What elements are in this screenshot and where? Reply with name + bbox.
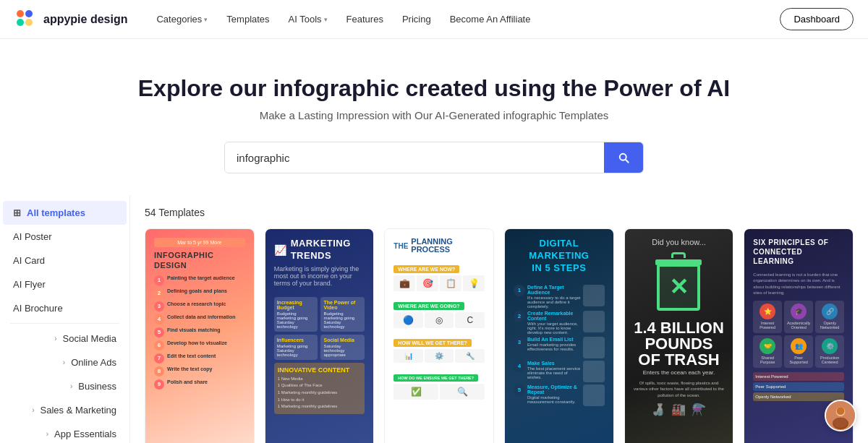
trash-icon: ✕ (653, 258, 704, 316)
card-4-steps: 1 Define A Target Audience It's necessar… (514, 285, 605, 406)
online-ads-chevron-icon: › (63, 358, 65, 366)
sidebar-item-ai-flyer[interactable]: AI Flyer (3, 272, 127, 296)
sidebar-item-app-essentials[interactable]: › App Essentials (3, 422, 127, 443)
card-1-overlay: Mar to 5 yr 99 More Infographic Design 1… (145, 229, 254, 443)
template-card-ocean-trash[interactable]: Did you know... ✕ 1.4 BILLION POUNDS OF … (624, 228, 734, 443)
sales-marketing-chevron-icon: › (32, 406, 34, 414)
svg-point-3 (25, 19, 33, 26)
sidebar-item-ai-brochure[interactable]: AI Brochure (3, 296, 127, 320)
card-5-icons: 🍶 🏭 ⚗️ (651, 403, 706, 416)
navbar: appypie design Categories ▾ Templates AI… (0, 0, 868, 39)
card-1-title: Infographic Design (154, 250, 245, 271)
nav-ai-tools[interactable]: AI Tools ▾ (281, 9, 335, 29)
avatar-icon (826, 400, 855, 431)
search-bar (224, 142, 644, 173)
template-card-marketing-trends[interactable]: 📈 MARKETING TRENDS Marketing is simply g… (265, 228, 375, 443)
card-2-grid: Increasing BudgetBudgeting marketing goi… (274, 297, 365, 332)
sidebar-item-all-templates[interactable]: ⊞ All templates (3, 201, 127, 225)
social-media-chevron-icon: › (54, 335, 56, 343)
trash-bottle-icon: 🍶 (651, 403, 665, 416)
user-avatar[interactable] (825, 400, 856, 431)
nav-affiliate[interactable]: Become An Affiliate (443, 9, 538, 29)
template-count: 54 Templates (145, 207, 854, 218)
grid-icon: ⊞ (13, 207, 21, 218)
search-icon (617, 151, 630, 164)
card-3-section-3: HOW WILL WE GET THERE? 📊 ⚙️ 🔧 (393, 335, 485, 365)
business-chevron-icon: › (70, 382, 72, 390)
svg-point-0 (17, 10, 24, 17)
template-card-digital-marketing[interactable]: DIGITAL MARKETINGIN 5 STEPS 1 Define A T… (504, 228, 614, 443)
card-6-desc: Connected learning is not a burden that … (753, 272, 844, 296)
card-5-stat: 1.4 BILLION POUNDS OF TRASH (634, 320, 725, 368)
trash-factory-icon: 🏭 (671, 403, 686, 416)
logo[interactable]: appypie design (14, 8, 127, 31)
card-3-header: THE PLANNING PROCESS (393, 238, 485, 254)
card-2-overlay: 📈 MARKETING TRENDS Marketing is simply g… (265, 229, 374, 443)
dashboard-button[interactable]: Dashboard (780, 8, 854, 30)
card-5-substat: Enters the ocean each year. (643, 369, 715, 376)
template-card-infographic-design[interactable]: Mar to 5 yr 99 More Infographic Design 1… (145, 228, 255, 443)
card-3-section-1: WHERE ARE WE NOW? 💼 🎯 📋 💡 (393, 261, 485, 293)
logo-text: appypie design (43, 13, 127, 26)
card-2-header: 📈 MARKETING TRENDS (274, 238, 365, 262)
card-3-overlay: THE PLANNING PROCESS WHERE ARE WE NOW? 💼… (385, 229, 493, 443)
sidebar-item-ai-card[interactable]: AI Card (3, 249, 127, 272)
sidebar-item-sales-marketing[interactable]: › Sales & Marketing (3, 398, 127, 422)
search-button[interactable] (604, 142, 643, 173)
hero-title: Explore our infographic created using th… (14, 75, 854, 102)
trash-chemicals-icon: ⚗️ (692, 403, 706, 416)
card-4-title: DIGITAL MARKETINGIN 5 STEPS (514, 238, 605, 275)
categories-chevron-icon: ▾ (204, 16, 208, 23)
main-layout: ⊞ All templates AI Poster AI Card AI Fly… (0, 195, 868, 443)
template-card-planning-process[interactable]: THE PLANNING PROCESS WHERE ARE WE NOW? 💼… (384, 228, 494, 443)
appypie-logo-icon (14, 8, 38, 31)
ai-tools-chevron-icon: ▾ (324, 16, 328, 23)
nav-links: Categories ▾ Templates AI Tools ▾ Featur… (149, 9, 780, 29)
sidebar: ⊞ All templates AI Poster AI Card AI Fly… (0, 195, 130, 443)
nav-features[interactable]: Features (339, 9, 391, 29)
card-2-subtitle: Marketing is simply giving the most out … (274, 265, 365, 287)
card-5-did-you-know: Did you know... (652, 238, 706, 246)
svg-point-1 (25, 10, 33, 17)
card-6-principles-grid: ⭐ Interest Powered 🎓 Academically Orient… (753, 301, 844, 368)
card-2-innovative: INNOVATIVE CONTENT 1 New Media1 Qualitie… (274, 363, 365, 414)
card-1-steps: 1Painting the target audience 2Defining … (154, 275, 245, 390)
search-input[interactable] (225, 143, 604, 173)
nav-categories[interactable]: Categories ▾ (149, 9, 215, 29)
card-6-extra-principles: Interest Powered Peer Supported Openly N… (753, 372, 844, 401)
card-2-grid-2: InfluencersMarketing going Saturday tech… (274, 335, 365, 360)
card-5-bottom: Of spills, toxic waste, flowing plastics… (634, 380, 725, 398)
card-2-title: MARKETING TRENDS (291, 238, 365, 262)
nav-templates[interactable]: Templates (219, 9, 276, 29)
svg-point-2 (17, 19, 24, 26)
sidebar-item-online-ads[interactable]: › Online Ads (3, 350, 127, 374)
sidebar-divider (10, 323, 119, 324)
card-6-title: Six Principles ofConnected Learning (753, 238, 844, 266)
card-3-section-4: HOW DO WE ENSURE WE GET THERE? ✅ 🔍 (393, 369, 485, 400)
card-3-section-2: WHERE ARE WE GOING? 🔵 ◎ C (393, 298, 485, 330)
card-5-overlay: Did you know... ✕ 1.4 BILLION POUNDS OF … (625, 229, 733, 443)
content-area: 54 Templates Mar to 5 yr 99 More Infogra… (130, 195, 868, 443)
svg-point-7 (837, 407, 845, 415)
hero-section: Explore our infographic created using th… (0, 39, 868, 195)
hero-subtitle: Make a Lasting Impression with Our AI-Ge… (14, 109, 854, 121)
nav-pricing[interactable]: Pricing (395, 9, 438, 29)
sidebar-item-business[interactable]: › Business (3, 374, 127, 398)
svg-point-8 (833, 418, 848, 429)
app-essentials-chevron-icon: › (46, 430, 48, 438)
sidebar-item-social-media[interactable]: › Social Media (3, 327, 127, 350)
card-1-header-label: Mar to 5 yr 99 More (154, 238, 245, 247)
sidebar-item-ai-poster[interactable]: AI Poster (3, 225, 127, 249)
card-4-overlay: DIGITAL MARKETINGIN 5 STEPS 1 Define A T… (505, 229, 613, 443)
template-grid: Mar to 5 yr 99 More Infographic Design 1… (145, 228, 854, 443)
